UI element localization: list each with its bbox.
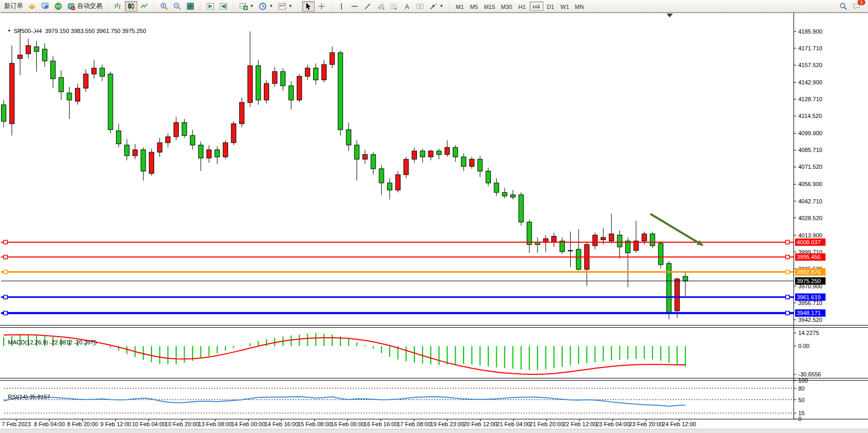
candle-body xyxy=(617,235,622,247)
signals-button[interactable] xyxy=(52,1,65,12)
zoom-out-button[interactable] xyxy=(171,1,184,12)
candle-body xyxy=(404,159,409,175)
candle-body xyxy=(75,88,80,101)
tab-timeframe-d1[interactable]: D1 xyxy=(544,2,558,11)
candle-body xyxy=(190,136,195,145)
candle-body xyxy=(231,124,236,143)
indicators-button[interactable]: ▼ xyxy=(237,1,256,12)
candle-body xyxy=(355,145,359,159)
tab-timeframe-m30[interactable]: M30 xyxy=(498,2,515,11)
toolbar-grip xyxy=(153,2,155,10)
svg-text:0.00: 0.00 xyxy=(798,343,809,349)
svg-text:4157.520: 4157.520 xyxy=(798,62,822,68)
crosshair-button[interactable] xyxy=(315,1,328,12)
candle-body xyxy=(626,241,630,253)
tab-timeframe-h4[interactable]: H4 xyxy=(530,2,543,11)
svg-text:10 Feb 20:00: 10 Feb 20:00 xyxy=(165,421,199,427)
tab-timeframe-m5[interactable]: M5 xyxy=(467,2,481,11)
crosshair-icon xyxy=(317,2,326,10)
notifications-button[interactable]: 1 xyxy=(850,1,863,12)
bar-chart-button[interactable] xyxy=(112,1,124,12)
candle-body xyxy=(322,64,326,80)
clock-icon xyxy=(259,2,267,10)
candle-body xyxy=(478,159,483,171)
tile-windows-button[interactable] xyxy=(184,1,197,12)
candle-body xyxy=(9,63,14,124)
market-watch-button[interactable] xyxy=(39,1,51,12)
svg-text:3975.250: 3975.250 xyxy=(797,278,821,284)
text-button[interactable]: A xyxy=(401,1,413,12)
svg-text:-30.6556: -30.6556 xyxy=(798,371,821,377)
fibonacci-button[interactable]: F xyxy=(388,1,400,12)
templates-button[interactable]: ▼ xyxy=(276,1,295,12)
line-handle xyxy=(4,240,7,244)
tab-timeframe-m1[interactable]: M1 xyxy=(453,2,467,11)
toolbar-grip xyxy=(297,2,299,10)
svg-text:80: 80 xyxy=(798,385,805,392)
svg-text:3948.171: 3948.171 xyxy=(797,310,821,316)
candle-body xyxy=(667,264,671,313)
svg-text:F: F xyxy=(395,7,397,10)
auto-trading-icon xyxy=(67,2,76,10)
tab-timeframe-m15[interactable]: M15 xyxy=(481,2,498,11)
horizontal-line-button[interactable] xyxy=(348,1,361,12)
cursor-button[interactable] xyxy=(302,1,315,12)
channel-button[interactable]: E xyxy=(374,1,387,12)
periods-button[interactable]: ▼ xyxy=(256,1,275,12)
candle-body xyxy=(215,150,220,157)
svg-text:4128.710: 4128.710 xyxy=(798,96,822,102)
candle-body xyxy=(198,145,203,158)
new-order-button[interactable]: 新订单 xyxy=(2,1,25,12)
cursor-arrow-icon xyxy=(304,2,313,10)
svg-text:4013.900: 4013.900 xyxy=(798,232,822,239)
candle-body xyxy=(683,276,688,281)
label-button[interactable]: T xyxy=(414,1,426,12)
line-chart-button[interactable] xyxy=(138,1,151,12)
toolbar-grip xyxy=(232,2,234,10)
shapes-button[interactable]: ▼ xyxy=(427,1,446,12)
candle-body xyxy=(50,61,55,79)
svg-text:4008.037: 4008.037 xyxy=(797,239,821,245)
zoom-in-icon xyxy=(160,2,168,10)
auto-trading-button[interactable]: 自动交易 xyxy=(65,1,104,12)
tab-timeframe-mn[interactable]: MN xyxy=(572,2,586,11)
text-icon: A xyxy=(403,2,411,10)
candle-body xyxy=(124,145,129,156)
svg-text:4171.710: 4171.710 xyxy=(798,45,822,51)
candle-body xyxy=(338,52,343,129)
chart-shift-button[interactable] xyxy=(217,1,230,12)
candle-body xyxy=(67,93,72,100)
tab-timeframe-h1[interactable]: H1 xyxy=(516,2,529,11)
vertical-line-button[interactable] xyxy=(335,1,348,12)
line-handle xyxy=(4,311,7,315)
chart-canvas[interactable]: 4185.9004171.7104157.5204142.9004128.710… xyxy=(0,13,868,433)
candle-body xyxy=(116,131,121,144)
svg-text:8 Feb 04:00: 8 Feb 04:00 xyxy=(34,421,65,427)
auto-scroll-button[interactable] xyxy=(204,1,217,12)
line-handle xyxy=(4,270,7,274)
candle-body xyxy=(519,195,523,222)
candle-body xyxy=(552,236,556,242)
market-depth-button[interactable] xyxy=(26,1,38,12)
svg-text:13 Feb 08:00: 13 Feb 08:00 xyxy=(198,421,232,427)
chart-ohlc-values: 3979.150 3983.550 3961.750 3975.250 xyxy=(45,28,146,34)
candle-body xyxy=(642,234,647,241)
svg-text:16 Feb 16:00: 16 Feb 16:00 xyxy=(364,421,398,427)
zoom-in-button[interactable] xyxy=(158,1,170,12)
svg-text:50: 50 xyxy=(798,397,805,403)
candle-body xyxy=(133,150,137,156)
candle-body xyxy=(289,86,294,100)
svg-text:4099.900: 4099.900 xyxy=(798,130,822,136)
candle-body xyxy=(100,68,104,77)
svg-text:23 Feb 04:00: 23 Feb 04:00 xyxy=(596,421,630,427)
search-button[interactable] xyxy=(837,1,850,12)
tab-timeframe-w1[interactable]: W1 xyxy=(558,2,572,11)
candle-body xyxy=(92,68,97,74)
candle-body xyxy=(59,78,63,92)
trendline-button[interactable] xyxy=(361,1,374,12)
svg-text:100: 100 xyxy=(798,377,808,384)
monitor-person-icon xyxy=(41,2,49,10)
candle-body xyxy=(34,47,39,51)
candlestick-chart-button[interactable] xyxy=(125,1,137,12)
chevron-down-icon: ▼ xyxy=(7,29,11,33)
